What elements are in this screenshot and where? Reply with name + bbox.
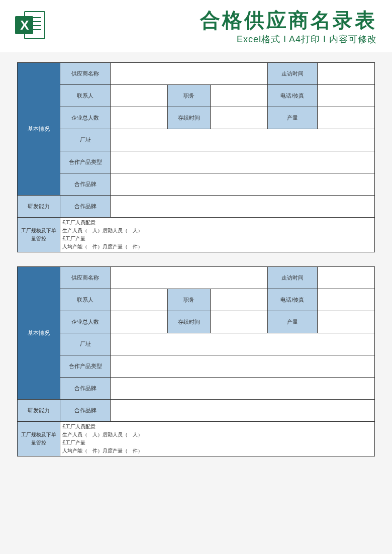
- input-output[interactable]: [318, 311, 375, 333]
- section-basic-label: 基本情况: [18, 267, 60, 400]
- field-rd-brand: 合作品牌: [60, 196, 111, 218]
- field-brand: 合作品牌: [60, 378, 111, 400]
- section-basic-label: 基本情况: [18, 63, 60, 196]
- input-brand[interactable]: [110, 173, 374, 196]
- field-rd-brand: 合作品牌: [60, 400, 111, 422]
- input-product-type[interactable]: [110, 151, 374, 173]
- input-duration[interactable]: [210, 107, 267, 129]
- factory-detail[interactable]: £工厂人员配置 生产人员（ 人）后勤人员（ 人） £工厂产量 人均产能（ 件）月…: [60, 422, 375, 456]
- field-phone-fax: 电话/传真: [267, 289, 318, 311]
- input-duration[interactable]: [210, 311, 267, 333]
- field-position: 职务: [167, 85, 210, 107]
- input-position[interactable]: [210, 289, 267, 311]
- input-rd-brand[interactable]: [110, 196, 374, 218]
- field-brand: 合作品牌: [60, 173, 111, 196]
- excel-icon: X: [15, 9, 47, 41]
- section-rd-label: 研发能力: [18, 400, 60, 422]
- field-product-type: 合作产品类型: [60, 151, 111, 173]
- field-total-staff: 企业总人数: [60, 311, 111, 333]
- input-phone-fax[interactable]: [318, 289, 375, 311]
- field-product-type: 合作产品类型: [60, 355, 111, 378]
- input-supplier-name[interactable]: [110, 267, 267, 289]
- page-title: 合格供应商名录表: [51, 9, 377, 31]
- page-subtitle: Excel格式 I A4打印 I 内容可修改: [51, 33, 377, 45]
- field-phone-fax: 电话/传真: [267, 85, 318, 107]
- header: X 合格供应商名录表 Excel格式 I A4打印 I 内容可修改: [0, 0, 392, 52]
- input-contact[interactable]: [110, 85, 167, 107]
- input-output[interactable]: [318, 107, 375, 129]
- input-total-staff[interactable]: [110, 311, 167, 333]
- page-content: 基本情况 供应商名称 走访时间 联系人 职务 电话/传真 企业总人数 存续时间 …: [0, 52, 392, 467]
- input-contact[interactable]: [110, 289, 167, 311]
- input-address[interactable]: [110, 129, 374, 151]
- input-phone-fax[interactable]: [318, 85, 375, 107]
- field-position: 职务: [167, 289, 210, 311]
- input-visit-time[interactable]: [318, 63, 375, 85]
- section-factory-scale: 工厂规模及下单量管控: [18, 422, 60, 456]
- field-visit-time: 走访时间: [267, 63, 318, 85]
- supplier-form-1: 基本情况 供应商名称 走访时间 联系人 职务 电话/传真 企业总人数 存续时间 …: [17, 62, 375, 252]
- input-rd-brand[interactable]: [110, 400, 374, 422]
- supplier-form-2: 基本情况 供应商名称 走访时间 联系人 职务 电话/传真 企业总人数 存续时间 …: [17, 266, 375, 456]
- field-contact: 联系人: [60, 289, 111, 311]
- field-total-staff: 企业总人数: [60, 107, 111, 129]
- field-visit-time: 走访时间: [267, 267, 318, 289]
- field-duration: 存续时间: [167, 311, 210, 333]
- field-address: 厂址: [60, 129, 111, 151]
- input-position[interactable]: [210, 85, 267, 107]
- field-supplier-name: 供应商名称: [60, 63, 111, 85]
- field-supplier-name: 供应商名称: [60, 267, 111, 289]
- field-output: 产量: [267, 311, 318, 333]
- section-factory-scale: 工厂规模及下单量管控: [18, 218, 60, 252]
- input-visit-time[interactable]: [318, 267, 375, 289]
- section-rd-label: 研发能力: [18, 196, 60, 218]
- field-contact: 联系人: [60, 85, 111, 107]
- factory-detail[interactable]: £工厂人员配置 生产人员（ 人）后勤人员（ 人） £工厂产量 人均产能（ 件）月…: [60, 218, 375, 252]
- field-duration: 存续时间: [167, 107, 210, 129]
- input-supplier-name[interactable]: [110, 63, 267, 85]
- input-brand[interactable]: [110, 378, 374, 400]
- input-address[interactable]: [110, 333, 374, 355]
- field-address: 厂址: [60, 333, 111, 355]
- input-total-staff[interactable]: [110, 107, 167, 129]
- field-output: 产量: [267, 107, 318, 129]
- excel-x-letter: X: [15, 16, 33, 34]
- input-product-type[interactable]: [110, 355, 374, 378]
